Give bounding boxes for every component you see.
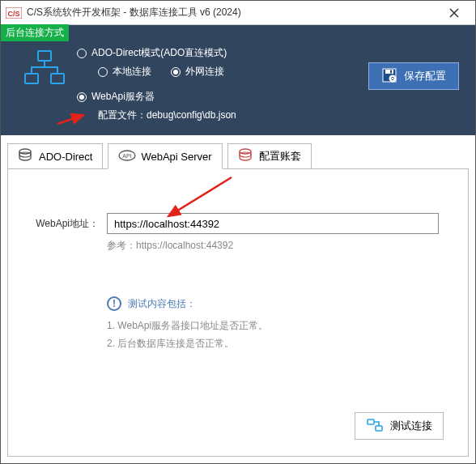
test-connection-button[interactable]: 测试连接: [355, 412, 444, 440]
radio-label: 外网连接: [185, 65, 224, 79]
connection-mode-panel: 后台连接方式 ADO-Direct模式(ADO直连模式): [1, 25, 475, 135]
test-button-label: 测试连接: [390, 419, 432, 433]
api-icon: API: [118, 149, 136, 164]
save-button-label: 保存配置: [404, 69, 446, 83]
database-stack-icon: [238, 148, 254, 165]
svg-rect-17: [368, 419, 374, 424]
webapi-url-label: WebApi地址：: [26, 217, 107, 231]
titlebar: C/S C/S系统软件开发框架 - 数据库连接工具 v6 (2024): [1, 1, 475, 25]
save-icon: [381, 67, 397, 86]
save-config-button[interactable]: 保存配置: [368, 62, 459, 90]
svg-text:API: API: [123, 153, 132, 159]
webapi-url-hint: 参考：https://localhost:44392: [107, 239, 450, 253]
radio-label: 本地连接: [113, 65, 151, 79]
radio-icon: [77, 92, 87, 102]
svg-text:C/S: C/S: [7, 10, 19, 18]
radio-remote[interactable]: 外网连接: [171, 65, 224, 79]
panel-footer: 测试连接: [26, 406, 450, 446]
tab-ado-direct[interactable]: ADO-Direct: [7, 143, 103, 169]
radio-label: WebApi服务器: [91, 90, 155, 104]
radio-label: ADO-Direct模式(ADO直连模式): [91, 46, 227, 60]
tab-label: 配置账套: [259, 149, 301, 164]
tab-bar: ADO-Direct API WebApi Server 配置账套: [7, 143, 475, 169]
tab-label: ADO-Direct: [39, 151, 92, 163]
app-icon: C/S: [6, 6, 22, 19]
svg-rect-4: [51, 74, 64, 83]
svg-rect-2: [38, 51, 51, 61]
svg-point-11: [19, 152, 31, 157]
tab-panel-webapi: WebApi地址： 参考：https://localhost:44392 ! 测…: [7, 168, 469, 457]
svg-point-9: [389, 74, 397, 82]
config-label: 配置文件：: [98, 109, 147, 121]
radio-webapi[interactable]: WebApi服务器: [77, 90, 464, 104]
radio-ado-direct[interactable]: ADO-Direct模式(ADO直连模式): [77, 46, 464, 60]
tab-label: WebApi Server: [141, 151, 211, 163]
webapi-url-row: WebApi地址：: [26, 213, 450, 234]
network-icon: [366, 418, 384, 435]
radio-local[interactable]: 本地连接: [98, 65, 151, 79]
test-info-list: 1. WebApi服务器接口地址是否正常。 2. 后台数据库连接是否正常。: [107, 317, 450, 352]
panel-badge: 后台连接方式: [1, 24, 69, 41]
config-file-line: 配置文件：debug\config\db.json: [98, 109, 464, 122]
svg-rect-8: [390, 70, 392, 73]
svg-line-16: [168, 177, 232, 216]
test-info-heading: ! 测试内容包括：: [107, 296, 450, 311]
radio-icon: [98, 67, 108, 77]
config-path: debug\config\db.json: [147, 109, 236, 121]
app-window: C/S C/S系统软件开发框架 - 数据库连接工具 v6 (2024) 后台连接…: [0, 0, 476, 464]
svg-point-15: [240, 152, 251, 157]
database-icon: [18, 148, 34, 165]
window-title: C/S系统软件开发框架 - 数据库连接工具 v6 (2024): [27, 6, 438, 19]
webapi-url-input[interactable]: [107, 213, 439, 234]
info-item: 2. 后台数据库连接是否正常。: [107, 335, 450, 353]
info-icon: !: [107, 296, 121, 311]
info-item: 1. WebApi服务器接口地址是否正常。: [107, 317, 450, 335]
svg-rect-3: [25, 74, 38, 83]
radio-icon: [171, 67, 181, 77]
tab-account-config[interactable]: 配置账套: [227, 143, 312, 169]
svg-rect-7: [385, 70, 393, 74]
test-info-block: ! 测试内容包括： 1. WebApi服务器接口地址是否正常。 2. 后台数据库…: [107, 296, 450, 352]
tab-webapi-server[interactable]: API WebApi Server: [108, 143, 222, 169]
info-heading-text: 测试内容包括：: [128, 297, 196, 311]
svg-rect-18: [376, 426, 382, 431]
radio-icon: [77, 49, 87, 58]
network-icon: [22, 49, 70, 89]
close-button[interactable]: [438, 2, 470, 24]
